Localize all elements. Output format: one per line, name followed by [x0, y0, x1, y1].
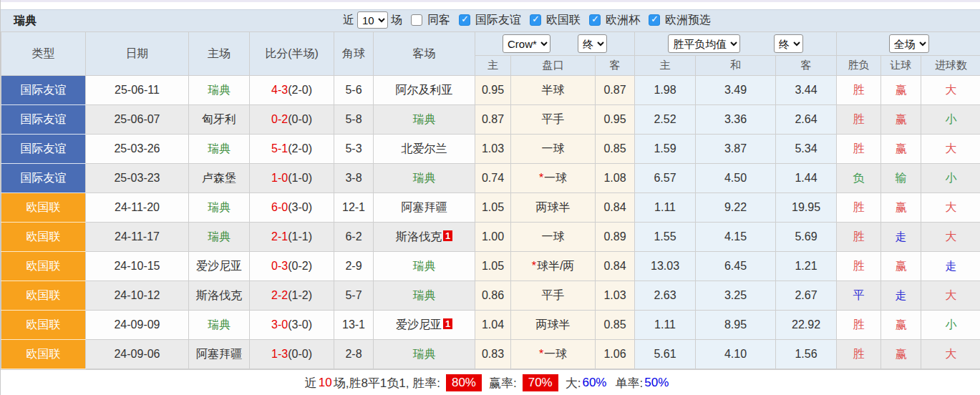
sub-header-ah-away: 客	[596, 56, 635, 76]
scope-select[interactable]: 全场	[889, 34, 929, 53]
cell-score: 2-2(1-2)	[250, 281, 334, 311]
toolbar: 瑞典 近 10 场 同客 国际友谊 欧国联 欧洲杯 欧洲预选	[1, 9, 980, 31]
cell-competition: 国际友谊	[1, 105, 86, 135]
cell-goals-result: 走	[921, 252, 980, 281]
cell-date: 25-03-26	[86, 135, 189, 164]
cell-corner: 3-8	[334, 164, 374, 193]
cell-handicap: 平手	[511, 105, 596, 135]
table-row: 欧国联24-10-12斯洛伐克2-2(1-2)5-7瑞典0.86平手1.032.…	[1, 281, 980, 311]
cell-handicap: 两球半	[511, 193, 596, 223]
cell-corner: 2-9	[334, 252, 374, 281]
cell-away-team: 瑞典	[374, 252, 475, 281]
cell-competition: 国际友谊	[1, 164, 86, 193]
euro-qualifier-checkbox[interactable]	[649, 14, 660, 26]
col-header-away: 客场	[374, 32, 475, 76]
cell-result: 胜	[837, 105, 881, 135]
single-rate-value: 50%	[644, 376, 669, 390]
table-row: 欧国联24-11-17瑞典2-1(1-1)6-2斯洛伐克11.00一球0.891…	[1, 223, 980, 252]
cell-ah-home: 0.95	[475, 76, 511, 105]
cell-odds-away: 5.34	[776, 135, 837, 164]
cell-home-team: 瑞典	[189, 193, 250, 223]
sub-header-odds-away: 客	[776, 56, 837, 76]
col-header-type: 类型	[1, 32, 86, 76]
cell-score: 1-3(0-0)	[250, 340, 334, 369]
footer-count: 10	[319, 376, 332, 390]
cell-home-team: 瑞典	[189, 223, 250, 252]
euro-qualifier-label: 欧洲预选	[665, 13, 711, 28]
cell-date: 24-10-15	[86, 252, 189, 281]
cell-goals-result: 大	[921, 193, 980, 223]
cell-handicap-result: 赢	[881, 193, 921, 223]
cell-home-team: 瑞典	[189, 76, 250, 105]
same-away-label: 同客	[427, 13, 450, 28]
cell-odds-away: 19.95	[776, 193, 837, 223]
cell-odds-home: 13.03	[635, 252, 696, 281]
cell-handicap-result: 走	[881, 223, 921, 252]
cell-odds-away: 1.21	[776, 252, 837, 281]
cell-corner: 5-8	[334, 105, 374, 135]
cell-corner: 2-8	[334, 340, 374, 369]
cell-competition: 欧国联	[1, 281, 86, 311]
recent-count-select[interactable]: 10	[357, 11, 388, 29]
cell-odds-away: 22.92	[776, 311, 837, 340]
cell-odds-draw: 4.10	[696, 340, 776, 369]
cell-home-team: 阿塞拜疆	[189, 340, 250, 369]
cell-competition: 欧国联	[1, 340, 86, 369]
cell-handicap-result: 赢	[881, 311, 921, 340]
cell-corner: 5-6	[334, 76, 374, 105]
cell-home-team: 斯洛伐克	[189, 281, 250, 311]
cell-ah-away: 1.08	[596, 164, 635, 193]
cell-ah-home: 1.03	[475, 135, 511, 164]
sub-header-ah-home: 主	[475, 56, 511, 76]
table-row: 国际友谊25-03-26瑞典5-1(2-0)5-3北爱尔兰1.03一球0.851…	[1, 135, 980, 164]
handicap-time-select[interactable]: 终	[578, 34, 607, 53]
nations-league-checkbox[interactable]	[530, 14, 541, 26]
cell-goals-result: 小	[921, 311, 980, 340]
col-header-score: 比分(半场)	[250, 32, 334, 76]
col-header-corner: 角球	[334, 32, 374, 76]
win-rate-badge: 80%	[446, 374, 482, 391]
cell-ah-away: 0.95	[596, 105, 635, 135]
cell-ah-away: 1.06	[596, 340, 635, 369]
cell-ah-home: 1.05	[475, 252, 511, 281]
match-table: 类型 日期 主场 比分(半场) 角球 客场 Crow* 终 胜平负均值 终	[1, 31, 980, 369]
friendly-checkbox[interactable]	[459, 14, 470, 26]
table-row: 欧国联24-10-15爱沙尼亚0-3(0-2)2-9瑞典1.05*球半/两0.8…	[1, 252, 980, 281]
table-row: 国际友谊25-06-07匈牙利0-2(0-0)5-8瑞典0.87平手0.952.…	[1, 105, 980, 135]
cell-odds-draw: 3.49	[696, 76, 776, 105]
sub-header-odds-draw: 和	[696, 56, 776, 76]
cell-away-team: 瑞典	[374, 164, 475, 193]
cell-goals-result: 大	[921, 223, 980, 252]
recent-label: 近	[343, 13, 354, 28]
cell-handicap: 一球	[511, 223, 596, 252]
same-away-checkbox[interactable]	[411, 14, 422, 26]
cell-handicap: 半球	[511, 76, 596, 105]
cell-odds-home: 1.98	[635, 76, 696, 105]
cell-handicap: *一球	[511, 340, 596, 369]
cell-odds-home: 6.57	[635, 164, 696, 193]
cell-result: 胜	[837, 311, 881, 340]
handicap-rate-badge: 70%	[523, 374, 558, 391]
cell-goals-result: 大	[921, 281, 980, 311]
cell-competition: 欧国联	[1, 193, 86, 223]
team-title: 瑞典	[14, 14, 37, 29]
euro-cup-checkbox[interactable]	[589, 14, 601, 26]
cell-date: 25-06-07	[86, 105, 189, 135]
filter-controls: 近 10 场 同客 国际友谊 欧国联 欧洲杯 欧洲预选	[343, 11, 711, 29]
avg-odds-select[interactable]: 胜平负均值	[668, 34, 740, 53]
bookmaker-select[interactable]: Crow*	[503, 34, 550, 53]
cell-ah-home: 1.00	[475, 223, 511, 252]
cell-ah-home: 0.87	[475, 105, 511, 135]
match-history-panel: 瑞典 近 10 场 同客 国际友谊 欧国联 欧洲杯 欧洲预选	[0, 0, 980, 395]
sub-header-handicap-result: 让球	[881, 56, 921, 76]
cell-corner: 13-1	[334, 311, 374, 340]
cell-score: 4-3(2-0)	[250, 76, 334, 105]
avg-time-select[interactable]: 终	[774, 34, 803, 53]
cell-ah-home: 1.05	[475, 193, 511, 223]
cell-score: 6-0(3-0)	[250, 193, 334, 223]
cell-home-team: 爱沙尼亚	[189, 252, 250, 281]
cell-odds-draw: 3.25	[696, 281, 776, 311]
cell-goals-result: 大	[921, 340, 980, 369]
cell-ah-away: 1.03	[596, 281, 635, 311]
cell-result: 胜	[837, 223, 881, 252]
